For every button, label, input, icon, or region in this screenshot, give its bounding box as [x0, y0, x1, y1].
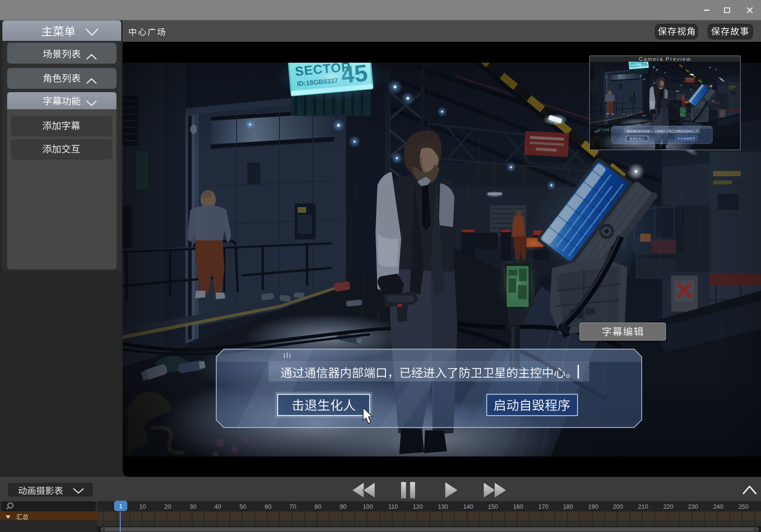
- svg-text:Camera Preview: Camera Preview: [639, 56, 691, 62]
